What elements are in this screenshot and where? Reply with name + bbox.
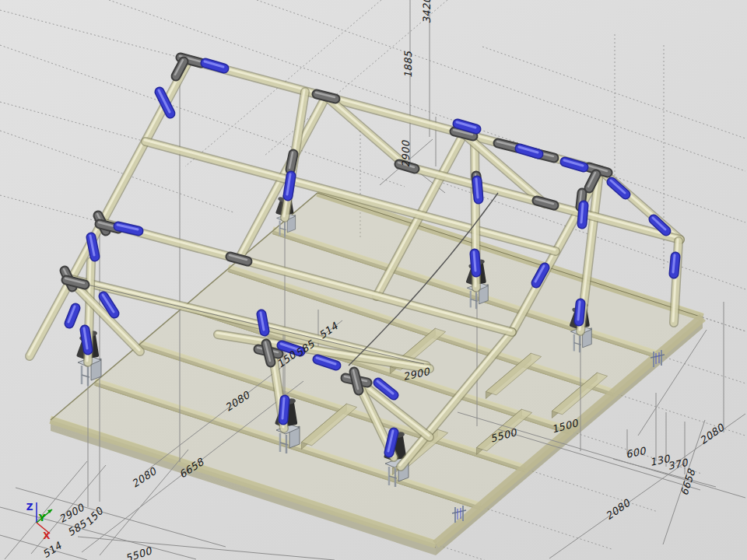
dimension-label: 3420 <box>421 0 433 23</box>
cad-canvas <box>0 0 747 560</box>
cad-viewport[interactable]: 3420188529005145851502900208055001500600… <box>0 0 747 560</box>
axis-label-y: Y <box>39 513 46 523</box>
dimension-label: 2900 <box>400 141 412 168</box>
dimension-label: 1885 <box>402 51 414 79</box>
axis-label-x: X <box>43 530 50 541</box>
axis-label-z: Z <box>26 502 33 513</box>
